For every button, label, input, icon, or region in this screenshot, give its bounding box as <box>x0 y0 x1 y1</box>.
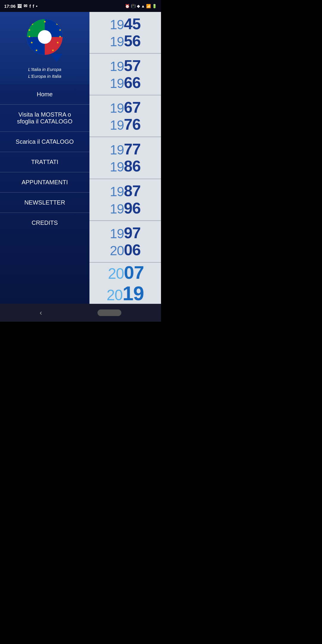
gmail-icon: ✉ <box>24 3 27 9</box>
home-pill[interactable] <box>97 309 121 316</box>
menu-item-appuntamenti[interactable]: APPUNTAMENTI <box>0 172 89 193</box>
vibrate-icon: 📳 <box>131 4 136 8</box>
timeline-period-1977-1986[interactable]: 1977 1986 <box>89 137 161 179</box>
timeline-period-1987-1996[interactable]: 1987 1996 <box>89 179 161 221</box>
pin-tail <box>51 54 63 62</box>
left-menu: ★ ★ ★ ★ ★ ★ ★ ★ ★ ★ ★ <box>0 12 89 304</box>
alarm-icon: ⏰ <box>125 4 130 8</box>
main-content: ★ ★ ★ ★ ★ ★ ★ ★ ★ ★ ★ <box>0 12 161 304</box>
timeline-period-1945-1956[interactable]: 1945 1956 <box>89 12 161 54</box>
timeline-years-6: 1997 2006 <box>110 225 141 258</box>
menu-item-newsletter[interactable]: NEWSLETTER <box>0 193 89 213</box>
year-bottom-4: 1986 <box>110 158 141 175</box>
logo-pin: ★ ★ ★ ★ ★ ★ ★ ★ ★ ★ ★ <box>27 19 63 61</box>
timeline-period-1957-1966[interactable]: 1957 1966 <box>89 54 161 95</box>
timeline-period-2007-2019[interactable]: 2007 2019 <box>89 263 161 304</box>
facebook-icon2: f <box>32 4 34 9</box>
timeline-years-5: 1987 1996 <box>110 182 141 216</box>
year-top-6: 1997 <box>110 225 141 242</box>
back-button[interactable]: ‹ <box>40 309 42 317</box>
year-bottom-7: 2019 <box>106 283 144 304</box>
year-bottom-3: 1976 <box>110 116 141 133</box>
menu-item-scarica[interactable]: Scarica il CATALOGO <box>0 132 89 152</box>
battery-icon: 🔋 <box>152 4 157 8</box>
menu-item-mostra[interactable]: Visita la MOSTRA osfoglia il CATALOGO <box>0 105 89 132</box>
year-bottom-2: 1966 <box>110 74 141 91</box>
timeline-period-1967-1976[interactable]: 1967 1976 <box>89 95 161 137</box>
year-bottom-6: 2006 <box>110 242 141 258</box>
dot-icon: • <box>36 4 37 9</box>
timeline-years-1: 1945 1956 <box>110 16 141 49</box>
menu-item-trattati[interactable]: TRATTATI <box>0 152 89 172</box>
year-top-1: 1945 <box>110 16 141 32</box>
year-top-3: 1967 <box>110 99 141 116</box>
signal-icon: 📶 <box>146 4 151 8</box>
status-right: ⏰ 📳 ◆ ▲ 📶 🔋 <box>125 4 157 8</box>
year-top-4: 1977 <box>110 141 141 158</box>
status-time: 17:06 <box>4 4 16 9</box>
year-top-2: 1957 <box>110 57 141 74</box>
year-top-5: 1987 <box>110 182 141 199</box>
right-timeline: 1945 1956 1957 1966 1967 1976 1977 1986 <box>89 12 161 304</box>
menu-item-home[interactable]: Home <box>0 84 89 105</box>
flag-white-center <box>38 30 52 44</box>
timeline-period-1997-2006[interactable]: 1997 2006 <box>89 221 161 263</box>
timeline-years-4: 1977 1986 <box>110 141 141 175</box>
facebook-icon: f <box>29 4 31 9</box>
logo-circle: ★ ★ ★ ★ ★ ★ ★ ★ ★ ★ ★ <box>27 19 63 55</box>
logo-area: ★ ★ ★ ★ ★ ★ ★ ★ ★ ★ ★ <box>0 12 89 84</box>
year-bottom-1: 1956 <box>110 32 141 49</box>
year-bottom-5: 1996 <box>110 200 141 217</box>
timeline-years-7: 2007 2019 <box>106 262 144 304</box>
year-top-7: 2007 <box>108 262 144 283</box>
wifi-icon: ▲ <box>141 4 145 8</box>
status-left: 17:06 🖼 ✉ f f • <box>4 3 38 9</box>
bottom-nav: ‹ <box>0 304 161 322</box>
data-icon: ◆ <box>137 4 140 8</box>
status-bar: 17:06 🖼 ✉ f f • ⏰ 📳 ◆ ▲ 📶 🔋 <box>0 0 161 12</box>
logo-tagline: L'Italia in Europa L'Europa in Italia <box>28 66 61 80</box>
gallery-icon: 🖼 <box>17 4 22 9</box>
timeline-years-2: 1957 1966 <box>110 57 141 91</box>
menu-item-credits[interactable]: CREDITS <box>0 213 89 233</box>
timeline-years-3: 1967 1976 <box>110 99 141 133</box>
